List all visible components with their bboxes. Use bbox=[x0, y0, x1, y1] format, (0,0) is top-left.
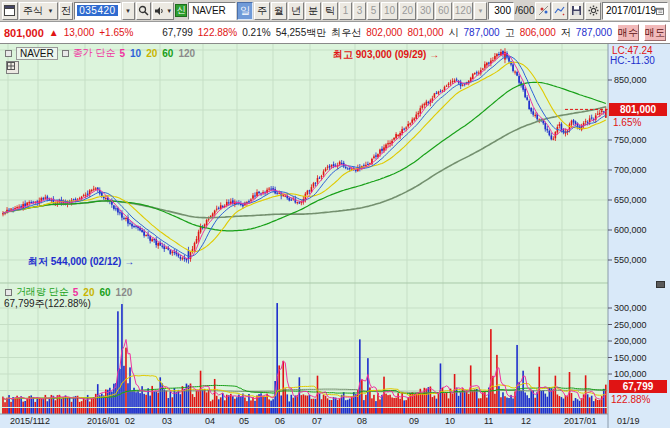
gear-icon-glyph bbox=[588, 5, 599, 16]
trade-value: 54,255백만 bbox=[276, 26, 327, 40]
interval-dropdown-button[interactable]: ▼ bbox=[474, 2, 487, 20]
open-label: 시 bbox=[449, 26, 459, 40]
volume-ratio: 122.88% bbox=[198, 27, 237, 38]
best-quote-label: 최우선 bbox=[331, 26, 361, 40]
toolbar: 주식 ▼ 전 035420 ▼ ▼ 신 NAVER 일주월년분틱 1351020… bbox=[0, 0, 670, 22]
low-label: 저 bbox=[561, 26, 571, 40]
chevron-down-icon: ▼ bbox=[125, 8, 131, 14]
period-button-주[interactable]: 주 bbox=[254, 2, 270, 20]
sell-button[interactable]: 매도 bbox=[644, 24, 666, 41]
open-price: 787,000 bbox=[464, 27, 500, 38]
chart-region: NAVER 종가 단순 5102060120 LC:47.24 HC:-11.3… bbox=[0, 44, 670, 428]
chevron-down-icon: ▼ bbox=[166, 8, 172, 14]
interval-button-10[interactable]: 10 bbox=[381, 2, 398, 20]
save-icon[interactable] bbox=[569, 2, 585, 20]
interval-button-20[interactable]: 20 bbox=[399, 2, 416, 20]
bar-count-input[interactable]: 300 bbox=[488, 2, 514, 20]
period-button-년[interactable]: 년 bbox=[288, 2, 304, 20]
chart-type-icon[interactable] bbox=[552, 2, 568, 20]
turnover-pct: 0.21% bbox=[242, 27, 270, 38]
stock-status-badge: 신 bbox=[175, 4, 187, 17]
info-bar: 801,000 ▲ 13,000 +1.65% 67,799 122.88% 0… bbox=[0, 22, 670, 44]
price-change-pct: +1.65% bbox=[99, 27, 133, 38]
chevron-down-icon: ▼ bbox=[48, 8, 54, 14]
interval-button-60[interactable]: 60 bbox=[435, 2, 452, 20]
asset-type-select[interactable]: 주식 ▼ bbox=[19, 2, 58, 20]
speaker-icon[interactable]: ▼ bbox=[152, 2, 174, 20]
chart-type-glyph bbox=[554, 5, 565, 16]
search-icon[interactable] bbox=[136, 2, 152, 20]
code-dropdown-button[interactable]: ▼ bbox=[122, 2, 135, 20]
window-icon-glyph bbox=[4, 5, 15, 16]
speaker-icon-glyph bbox=[154, 6, 164, 16]
asset-type-label: 주식 bbox=[23, 4, 43, 18]
buy-button[interactable]: 매수 bbox=[617, 24, 639, 41]
window-icon[interactable] bbox=[2, 2, 18, 20]
best-ask: 802,000 bbox=[366, 27, 402, 38]
prev-stock-button[interactable]: 전 bbox=[59, 2, 74, 20]
best-bid: 801,000 bbox=[407, 27, 443, 38]
stock-code-value: 035420 bbox=[77, 5, 117, 16]
gear-icon[interactable] bbox=[585, 2, 601, 20]
period-button-group: 일주월년분틱 bbox=[237, 2, 338, 20]
interval-button-120[interactable]: 120 bbox=[453, 2, 473, 20]
date-value: 2017/01/19 bbox=[606, 5, 656, 16]
period-button-일[interactable]: 일 bbox=[237, 2, 253, 20]
period-button-분[interactable]: 분 bbox=[305, 2, 321, 20]
bar-max-label: /600 bbox=[515, 5, 534, 16]
stock-name: NAVER bbox=[188, 2, 236, 20]
change-arrow-icon: ▲ bbox=[49, 27, 59, 38]
volume-value: 67,799 bbox=[162, 27, 193, 38]
period-button-월[interactable]: 월 bbox=[271, 2, 287, 20]
interval-button-group: 13510203060120 bbox=[339, 2, 473, 20]
crosshair-glyph bbox=[538, 5, 549, 16]
date-input[interactable]: 2017/01/19 bbox=[602, 2, 668, 20]
interval-button-5[interactable]: 5 bbox=[367, 2, 380, 20]
current-price: 801,000 bbox=[4, 27, 44, 39]
chevron-down-icon: ▼ bbox=[478, 8, 484, 14]
high-price: 806,000 bbox=[520, 27, 556, 38]
high-label: 고 bbox=[505, 26, 515, 40]
crosshair-tool-icon[interactable] bbox=[535, 2, 551, 20]
grid-tool-button[interactable] bbox=[6, 61, 19, 74]
period-button-틱[interactable]: 틱 bbox=[322, 2, 338, 20]
save-icon-glyph bbox=[571, 5, 582, 16]
grid-icon bbox=[7, 62, 15, 70]
price-change: 13,000 bbox=[64, 27, 95, 38]
calendar-icon bbox=[656, 6, 664, 16]
pane-splitter-handle[interactable] bbox=[656, 281, 665, 288]
stock-code-input[interactable]: 035420 bbox=[74, 2, 120, 20]
search-icon-glyph bbox=[138, 5, 149, 16]
interval-button-30[interactable]: 30 bbox=[417, 2, 434, 20]
chart-plot[interactable] bbox=[0, 44, 670, 428]
interval-button-1[interactable]: 1 bbox=[339, 2, 352, 20]
interval-button-3[interactable]: 3 bbox=[353, 2, 366, 20]
low-price: 787,000 bbox=[576, 27, 612, 38]
